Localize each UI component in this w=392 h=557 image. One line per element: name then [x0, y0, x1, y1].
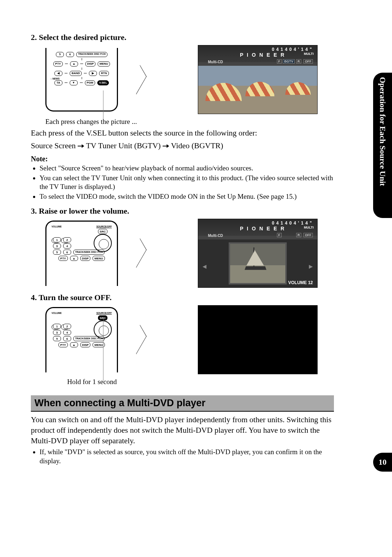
screen-brand: P I O N E E R: [240, 52, 285, 58]
arrow-icon: [130, 325, 147, 354]
btn-ta[interactable]: TA: [54, 80, 62, 85]
step4-title: 4. Turn the source OFF.: [31, 293, 334, 302]
btn-menu[interactable]: MENU: [93, 256, 105, 261]
screen-step2: 0 4 1 4 0 4 ' 1 4 " P I O N E E R MULTI …: [198, 45, 318, 114]
page-number: 10: [373, 453, 392, 472]
badge-off: OFF: [303, 233, 313, 237]
badge-r: R: [296, 59, 302, 64]
badge-f: F: [277, 233, 282, 237]
btn-rtn[interactable]: RTN: [99, 71, 109, 76]
btn-pty[interactable]: PTY: [53, 61, 63, 66]
btn-track-seek[interactable]: TRACK/SEEK DISC P.CH: [76, 52, 107, 57]
btn-1[interactable]: 1: [53, 237, 61, 242]
step2-caption: Each press changes the picture ...: [45, 118, 334, 126]
step2-title: 2. Select the desired picture.: [31, 33, 334, 42]
arrow-icon: [130, 238, 147, 268]
btn-src[interactable]: SRC: [98, 315, 108, 320]
btn-3[interactable]: 3: [53, 243, 61, 249]
screen-step3: 0 4 1 4 0 4 ' 1 4 " P I O N E E R MULTI …: [198, 219, 318, 288]
badge-r: R: [296, 233, 302, 237]
btn-1[interactable]: 1: [53, 324, 61, 329]
btn-pty[interactable]: PTY: [58, 256, 68, 261]
section2-notes: If, while "DVD" is selected as source, y…: [40, 448, 334, 465]
nav-left-icon: ◀: [203, 263, 207, 270]
screen-brand: P I O N E E R: [240, 226, 285, 231]
side-tab: Operation for Each Source Unit: [373, 73, 392, 218]
label-volume: VOLUME: [52, 312, 62, 315]
screen-clock: 0 4 1 4 0 4 ' 1 4 ": [272, 221, 312, 226]
remote-step2: 5 6 TRACK/SEEK DISC P.CH PTY ▲ DISP MENU…: [45, 48, 118, 112]
step2-sequence: Source Screen TV Tuner Unit (BGTV) Video…: [31, 141, 334, 151]
btn-up[interactable]: ▲: [70, 61, 78, 66]
btn-6[interactable]: 6: [63, 250, 71, 255]
boat-image: [229, 242, 287, 284]
label-news: ↔NEWS: [50, 78, 60, 80]
screen-source: Multi-CD: [208, 60, 223, 64]
btn-4[interactable]: 4: [63, 330, 71, 335]
seq-bgvtr: Video (BGVTR): [171, 141, 223, 150]
btn-disp[interactable]: DISP: [80, 342, 91, 347]
btn-vsel[interactable]: V.SEL: [97, 80, 109, 85]
btn-6[interactable]: 6: [66, 52, 74, 57]
btn-5[interactable]: 5: [56, 52, 64, 57]
btn-down[interactable]: ▼: [70, 80, 78, 85]
btn-5[interactable]: 5: [53, 250, 61, 255]
label-source-off: SOURCE/OFF: [96, 226, 112, 228]
note-item: You can select the TV Tuner Unit only wh…: [40, 174, 334, 191]
seq-bgtv: TV Tuner Unit (BGTV): [86, 141, 161, 150]
btn-2[interactable]: 2: [63, 237, 71, 242]
btn-right[interactable]: ▶: [89, 71, 97, 76]
badge-off: OFF: [303, 59, 313, 64]
btn-6[interactable]: 6: [63, 336, 71, 341]
btn-src[interactable]: SRC: [98, 229, 108, 234]
btn-band[interactable]: BAND: [70, 71, 82, 76]
btn-pty[interactable]: PTY: [58, 342, 68, 347]
jog-dial[interactable]: [94, 320, 112, 339]
label-source-off: SOURCE/OFF: [96, 312, 112, 315]
note-item: Select "Source Screen" to hear/view play…: [40, 164, 334, 173]
note-item: To select the VIDEO mode, switch the VID…: [40, 192, 334, 201]
btn-disp[interactable]: DISP: [85, 61, 96, 66]
btn-4[interactable]: 4: [63, 243, 71, 249]
btn-menu[interactable]: MENU: [98, 61, 110, 66]
screen-source: Multi-CD: [208, 234, 223, 238]
arrow-icon: [130, 65, 147, 94]
screen-clock: 0 4 1 4 0 4 ' 1 4 ": [272, 47, 312, 52]
btn-3[interactable]: 3: [53, 330, 61, 335]
btn-2[interactable]: 2: [63, 324, 71, 329]
nav-right-icon: ▶: [309, 263, 313, 270]
note-label: Note:: [31, 155, 334, 163]
section2-para: You can switch on and off the Multi-DVD …: [31, 415, 334, 446]
seq-source-screen: Source Screen: [31, 141, 76, 150]
badge-f: F: [277, 59, 282, 64]
label-volume: VOLUME: [52, 226, 62, 228]
btn-up[interactable]: ▲: [70, 256, 78, 261]
screen-mode: MULTI: [304, 226, 314, 229]
btn-left[interactable]: ◀: [54, 71, 62, 76]
arrow-icon: [163, 144, 169, 148]
step3-title: 3. Raise or lower the volume.: [31, 206, 334, 216]
jog-dial[interactable]: [94, 234, 112, 252]
btn-disp[interactable]: DISP: [80, 256, 91, 261]
step2-notes: Select "Source Screen" to hear/view play…: [40, 164, 334, 201]
note-item: If, while "DVD" is selected as source, y…: [40, 448, 334, 465]
badge-bgtv: BGTV: [283, 59, 295, 64]
arrow-icon: [78, 144, 84, 148]
screen-step4: [198, 305, 318, 374]
btn-pgm[interactable]: PGM: [85, 80, 95, 85]
btn-up[interactable]: ▲: [70, 342, 78, 347]
btn-5[interactable]: 5: [53, 336, 61, 341]
screen-mode: MULTI: [304, 52, 314, 56]
step4-caption: Hold for 1 second: [67, 378, 334, 386]
remote-step4: VOLUME SOURCE/OFF − + SRC 1 2 3 4: [45, 307, 118, 372]
remote-step3: VOLUME SOURCE/OFF − + SRC 1 2 3 4: [45, 221, 118, 286]
section-header-multidvd: When connecting a Multi-DVD player: [31, 395, 334, 412]
step2-para1: Each press of the V.SEL button selects t…: [31, 128, 334, 138]
volume-readout: VOLUME 12: [288, 280, 313, 285]
